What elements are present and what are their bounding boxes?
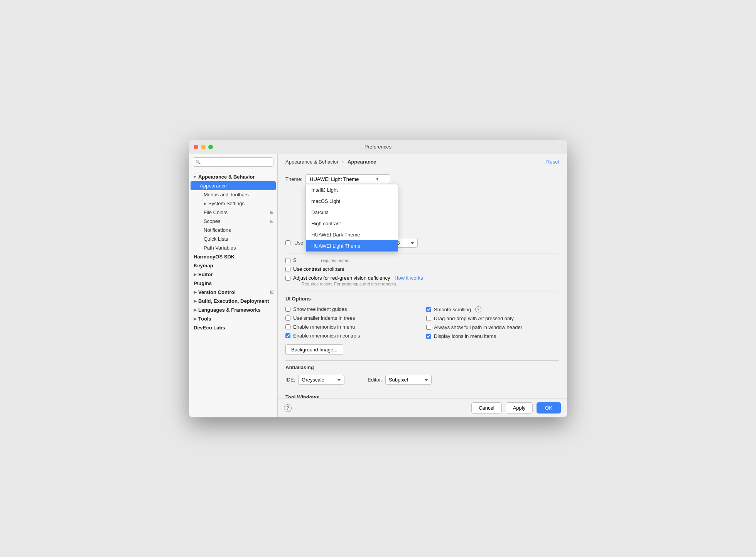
background-image-button[interactable]: Background Image... (285, 344, 343, 355)
full-path-checkbox[interactable] (426, 325, 431, 330)
mnemonics-controls-checkbox[interactable] (285, 333, 290, 338)
sidebar-group-appearance-behavior[interactable]: ▼ Appearance & Behavior (189, 172, 277, 181)
sidebar-item-file-colors[interactable]: File Colors ⊞ (189, 208, 277, 217)
red-green-label: Adjust colors for red-green vision defic… (293, 275, 390, 281)
smaller-indents-checkbox[interactable] (285, 316, 290, 321)
ui-options-right: Smooth scrolling ? Drag-and-drop with Al… (426, 306, 559, 339)
arrow-icon: ▶ (194, 317, 197, 321)
close-button[interactable] (194, 145, 198, 149)
mnemonics-controls-row: Enable mnemonics in controls (285, 333, 418, 339)
theme-option-macos-light[interactable]: macOS Light (306, 196, 398, 207)
sidebar-item-build-execution[interactable]: ▶ Build, Execution, Deployment (189, 297, 277, 306)
smooth-scrolling-hint-icon: ? (475, 306, 481, 312)
ui-options-left: Show tree indent guides Use smaller inde… (285, 306, 418, 339)
sidebar-item-notifications[interactable]: Notifications (189, 226, 277, 235)
ide-aa-item: IDE: Greyscale None Subpixel LCD (285, 375, 344, 385)
sidebar-item-tools[interactable]: ▶ Tools (189, 314, 277, 323)
sidebar: 🔍 ▼ Appearance & Behavior Appearance Men… (189, 154, 278, 417)
sidebar-item-system-settings[interactable]: ▶ System Settings (189, 199, 277, 208)
use-custom-font-checkbox[interactable] (285, 240, 290, 245)
copy-icon: ⊞ (270, 219, 273, 224)
traffic-lights (194, 145, 213, 149)
editor-aa-item: Editor: Subpixel None Greyscale LCD (368, 375, 432, 385)
editor-aa-label: Editor: (368, 377, 382, 383)
window-title: Preferences (364, 144, 392, 150)
ok-button[interactable]: OK (537, 402, 561, 414)
how-it-works-link[interactable]: How it works (395, 275, 423, 281)
contrast-scrollbars-checkbox[interactable] (285, 267, 290, 272)
sidebar-item-quick-lists[interactable]: Quick Lists (189, 235, 277, 243)
bottom-bar: ? Cancel Apply OK (278, 398, 567, 417)
sidebar-item-editor[interactable]: ▶ Editor (189, 270, 277, 279)
expand-arrow-icon: ▼ (193, 175, 197, 179)
titlebar: Preferences (189, 140, 567, 154)
ui-options-grid: Show tree indent guides Use smaller inde… (285, 306, 559, 339)
search-bar: 🔍 (189, 154, 277, 170)
apply-button[interactable]: Apply (506, 402, 533, 414)
red-green-row: Adjust colors for red-green vision defic… (285, 275, 559, 286)
arrow-icon: ▶ (194, 299, 197, 303)
main-panel: Appearance & Behavior › Appearance Reset… (278, 154, 567, 417)
smooth-scrolling-checkbox[interactable] (426, 307, 431, 312)
theme-label: Theme: (285, 176, 302, 182)
display-icons-checkbox[interactable] (426, 334, 431, 339)
contrast-scrollbars-label: Use contrast scrollbars (293, 266, 344, 272)
sidebar-item-menus-toolbars[interactable]: Menus and Toolbars (189, 190, 277, 199)
breadcrumb: Appearance & Behavior › Appearance (285, 159, 376, 165)
sidebar-item-harmonyos-sdk[interactable]: HarmonyOS SDK (189, 252, 277, 261)
sidebar-item-scopes[interactable]: Scopes ⊞ (189, 217, 277, 226)
arrow-icon: ▶ (204, 201, 207, 206)
sidebar-nav: ▼ Appearance & Behavior Appearance Menus… (189, 170, 277, 334)
drag-drop-row: Drag-and-drop with Alt pressed only (426, 316, 559, 321)
main-scroll-area: Theme: HUAWEI Light Theme ▼ IntelliJ Lig… (278, 168, 567, 398)
sync-os-checkbox[interactable] (285, 258, 290, 263)
ui-options-section: UI Options Show tree indent guides Use s… (285, 296, 559, 355)
theme-select-button[interactable]: HUAWEI Light Theme ▼ (305, 174, 390, 184)
antialiasing-title: Antialiasing (285, 365, 559, 370)
bottom-actions: Cancel Apply OK (471, 402, 561, 414)
sidebar-item-deveco-labs[interactable]: DevEco Labs (189, 323, 277, 332)
theme-dropdown-menu: IntelliJ Light macOS Light Darcula High … (305, 184, 398, 252)
sidebar-item-appearance[interactable]: Appearance (191, 181, 276, 190)
copy-icon: ⊞ (270, 210, 273, 215)
search-icon: 🔍 (196, 160, 201, 165)
contrast-scrollbars-row: Use contrast scrollbars (285, 266, 559, 272)
sidebar-item-version-control[interactable]: ▶ Version Control ⊞ (189, 288, 277, 297)
tool-windows-title: Tool Windows (285, 394, 559, 398)
theme-option-huawei-dark[interactable]: HUAWEI Dark Theme (306, 229, 398, 240)
theme-option-darcula[interactable]: Darcula (306, 207, 398, 218)
sidebar-item-keymap[interactable]: Keymap (189, 261, 277, 270)
reset-button[interactable]: Reset (546, 159, 559, 165)
group-label: Appearance & Behavior (198, 174, 255, 180)
accessibility-section: S requires restart Use contrast scrollba… (285, 257, 559, 286)
preferences-window: Preferences 🔍 ▼ Appearance & Behavior Ap… (189, 140, 567, 417)
ui-options-title: UI Options (285, 296, 559, 302)
arrow-icon: ▶ (194, 272, 197, 277)
cancel-button[interactable]: Cancel (471, 402, 501, 414)
main-header: Appearance & Behavior › Appearance Reset (278, 154, 567, 168)
sidebar-item-languages-frameworks[interactable]: ▶ Languages & Frameworks (189, 306, 277, 314)
mnemonics-menu-checkbox[interactable] (285, 324, 290, 329)
theme-dropdown: HUAWEI Light Theme ▼ IntelliJ Light macO… (305, 174, 390, 184)
sync-os-row: S requires restart (285, 257, 559, 263)
copy-icon: ⊞ (270, 290, 273, 295)
red-green-checkbox[interactable] (285, 276, 290, 281)
theme-option-high-contrast[interactable]: High contrast (306, 218, 398, 229)
search-input[interactable] (193, 157, 273, 167)
ide-aa-select[interactable]: Greyscale None Subpixel LCD (298, 375, 344, 385)
drag-drop-checkbox[interactable] (426, 316, 431, 321)
sidebar-item-path-variables[interactable]: Path Variables (189, 243, 277, 252)
ide-aa-label: IDE: (285, 377, 295, 383)
theme-row: Theme: HUAWEI Light Theme ▼ IntelliJ Lig… (285, 174, 559, 184)
theme-option-huawei-light[interactable]: HUAWEI Light Theme (306, 240, 398, 251)
theme-option-intellij-light[interactable]: IntelliJ Light (306, 184, 398, 196)
editor-aa-select[interactable]: Subpixel None Greyscale LCD (385, 375, 432, 385)
minimize-button[interactable] (201, 145, 206, 149)
show-tree-indent-checkbox[interactable] (285, 307, 290, 312)
sidebar-item-plugins[interactable]: Plugins (189, 279, 277, 288)
arrow-icon: ▶ (194, 308, 197, 312)
full-path-row: Always show full path in window header (426, 324, 559, 330)
maximize-button[interactable] (208, 145, 213, 149)
arrow-icon: ▶ (194, 290, 197, 294)
help-button[interactable]: ? (284, 404, 292, 412)
